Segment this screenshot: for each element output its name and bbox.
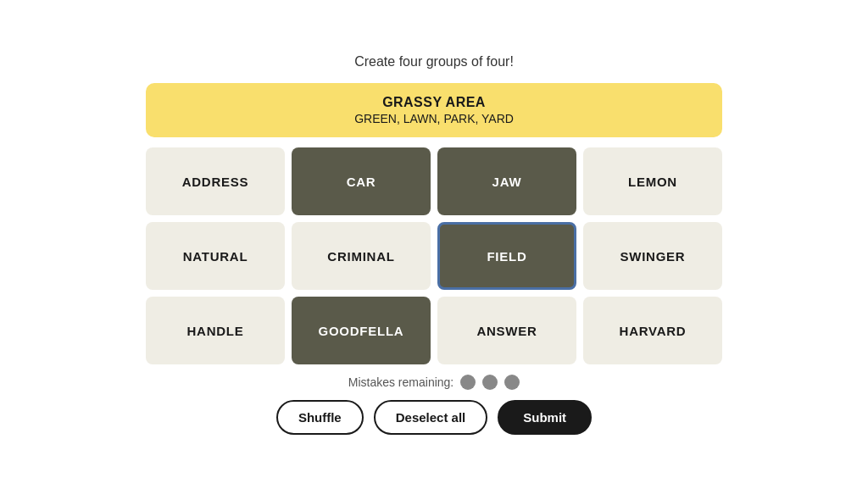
buttons-row: Shuffle Deselect all Submit	[276, 400, 592, 435]
tile[interactable]: CAR	[292, 147, 431, 215]
subtitle: Create four groups of four!	[354, 54, 514, 69]
tile-grid: ADDRESSCARJAWLEMONNATURALCRIMINALFIELDSW…	[146, 147, 722, 364]
tile[interactable]: GOODFELLA	[292, 297, 431, 364]
tile[interactable]: FIELD	[437, 222, 576, 290]
mistakes-label: Mistakes remaining:	[348, 375, 454, 389]
tile[interactable]: ANSWER	[437, 297, 576, 364]
tile[interactable]: LEMON	[583, 147, 722, 215]
mistake-dot-3	[504, 375, 520, 390]
tile[interactable]: SWINGER	[583, 222, 722, 290]
tile[interactable]: CRIMINAL	[292, 222, 431, 290]
solved-group-title: GRASSY AREA	[163, 95, 705, 110]
solved-group-yellow: GRASSY AREA GREEN, LAWN, PARK, YARD	[146, 83, 722, 137]
shuffle-button[interactable]: Shuffle	[276, 400, 364, 435]
tile[interactable]: HARVARD	[583, 297, 722, 364]
game-container: Create four groups of four! GRASSY AREA …	[146, 54, 722, 435]
mistake-dot-1	[460, 375, 476, 390]
submit-button[interactable]: Submit	[498, 400, 592, 435]
solved-group-words: GREEN, LAWN, PARK, YARD	[163, 112, 705, 125]
mistake-dot-2	[482, 375, 498, 390]
tile[interactable]: ADDRESS	[146, 147, 285, 215]
tile[interactable]: JAW	[437, 147, 576, 215]
tile[interactable]: NATURAL	[146, 222, 285, 290]
mistakes-row: Mistakes remaining:	[348, 375, 520, 390]
tile[interactable]: HANDLE	[146, 297, 285, 364]
deselect-button[interactable]: Deselect all	[374, 400, 488, 435]
